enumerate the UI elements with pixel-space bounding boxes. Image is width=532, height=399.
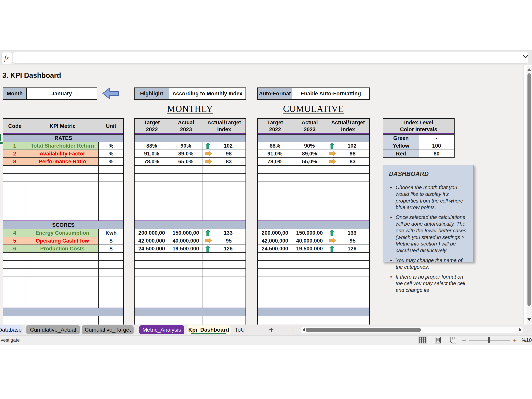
empty-cell[interactable] xyxy=(3,269,26,276)
index-cell[interactable]: 95 xyxy=(327,237,369,245)
empty-cell[interactable] xyxy=(135,269,169,276)
empty-cell[interactable] xyxy=(203,300,246,308)
empty-cell[interactable] xyxy=(292,284,327,292)
empty-cell[interactable] xyxy=(169,189,203,197)
empty-cell[interactable] xyxy=(203,213,246,221)
index-cell[interactable]: 83 xyxy=(203,158,246,165)
code-cell[interactable]: 6 xyxy=(3,245,26,252)
empty-cell[interactable] xyxy=(292,197,327,205)
empty-cell[interactable] xyxy=(169,182,203,189)
selection-fill-handle[interactable] xyxy=(0,142,3,144)
code-cell[interactable]: 5 xyxy=(3,237,26,245)
normal-view-button[interactable] xyxy=(418,336,427,344)
actual-cell[interactable]: 150.000,00 xyxy=(292,229,327,237)
empty-cell[interactable] xyxy=(203,166,246,173)
unit-cell[interactable]: $ xyxy=(99,245,123,252)
index-threshold-value[interactable]: 100 xyxy=(419,142,454,150)
horizontal-scrollbar[interactable] xyxy=(300,326,524,333)
index-cell[interactable]: 102 xyxy=(203,142,246,150)
empty-cell[interactable] xyxy=(258,213,292,221)
column-header[interactable]: Actual/TargetIndex xyxy=(327,119,369,133)
empty-cell[interactable] xyxy=(3,300,26,308)
empty-cell[interactable] xyxy=(99,261,123,268)
empty-cell[interactable] xyxy=(203,292,246,300)
empty-cell[interactable] xyxy=(3,292,26,300)
index-threshold-value[interactable]: 80 xyxy=(419,150,454,158)
empty-cell[interactable] xyxy=(26,253,99,260)
empty-cell[interactable] xyxy=(292,261,327,268)
empty-cell[interactable] xyxy=(258,253,292,260)
column-header[interactable]: Target2022 xyxy=(258,119,292,133)
empty-cell[interactable] xyxy=(203,253,246,260)
empty-cell[interactable] xyxy=(203,261,246,268)
empty-cell[interactable] xyxy=(3,197,26,205)
kpi-metric-cell[interactable]: Total Shareholder Return xyxy=(26,142,99,150)
empty-cell[interactable] xyxy=(135,197,169,205)
empty-cell[interactable] xyxy=(26,292,99,300)
column-header[interactable]: Target2022 xyxy=(135,119,169,133)
empty-cell[interactable] xyxy=(203,205,246,213)
empty-cell[interactable] xyxy=(99,182,123,189)
empty-cell[interactable] xyxy=(169,276,203,284)
highlight-value-cell[interactable]: According to Monthly Index xyxy=(169,88,246,99)
empty-cell[interactable] xyxy=(327,213,369,221)
empty-cell[interactable] xyxy=(258,189,292,197)
empty-cell[interactable] xyxy=(327,276,369,284)
empty-cell[interactable] xyxy=(3,261,26,268)
empty-cell[interactable] xyxy=(3,213,26,221)
column-header[interactable]: Actual/TargetIndex xyxy=(203,119,246,133)
empty-cell[interactable] xyxy=(292,316,327,324)
sheet-tab-cumulative_target[interactable]: Cumulative_Target xyxy=(82,325,133,334)
empty-cell[interactable] xyxy=(292,166,327,173)
empty-cell[interactable] xyxy=(258,292,292,300)
empty-cell[interactable] xyxy=(26,300,99,308)
sheet-tab-metric_analysis[interactable]: Metric_Analysis xyxy=(139,325,184,334)
formula-bar-expand-chevron-icon[interactable] xyxy=(523,54,528,59)
empty-cell[interactable] xyxy=(3,284,26,292)
kpi-metric-cell[interactable]: Energy Consumption xyxy=(26,229,99,237)
sheet-tab-cumulative_actual[interactable]: Cumulative_Actual xyxy=(26,325,80,334)
index-color-label[interactable]: Yellow xyxy=(383,142,419,150)
index-cell[interactable]: 126 xyxy=(327,245,369,252)
actual-cell[interactable]: 90% xyxy=(292,142,327,150)
empty-cell[interactable] xyxy=(26,189,99,197)
empty-cell[interactable] xyxy=(3,166,26,173)
target-cell[interactable]: 88% xyxy=(258,142,292,150)
unit-cell[interactable]: $ xyxy=(99,237,123,245)
target-cell[interactable]: 42.000.000 xyxy=(135,237,169,245)
index-cell[interactable]: 133 xyxy=(203,229,246,237)
empty-cell[interactable] xyxy=(99,197,123,205)
empty-cell[interactable] xyxy=(135,189,169,197)
empty-cell[interactable] xyxy=(26,166,99,173)
code-cell[interactable]: 1 xyxy=(3,142,26,150)
empty-cell[interactable] xyxy=(3,276,26,284)
empty-cell[interactable] xyxy=(203,276,246,284)
add-sheet-button[interactable]: + xyxy=(266,325,277,335)
actual-cell[interactable]: 40.000.000 xyxy=(169,237,203,245)
target-cell[interactable]: 42.000.000 xyxy=(258,237,292,245)
empty-cell[interactable] xyxy=(327,292,369,300)
empty-cell[interactable] xyxy=(258,276,292,284)
empty-cell[interactable] xyxy=(99,174,123,181)
target-cell[interactable]: 24.500.000 xyxy=(258,245,292,252)
empty-cell[interactable] xyxy=(3,182,26,189)
empty-cell[interactable] xyxy=(258,261,292,268)
empty-cell[interactable] xyxy=(26,197,99,205)
empty-cell[interactable] xyxy=(203,197,246,205)
empty-cell[interactable] xyxy=(292,205,327,213)
empty-cell[interactable] xyxy=(203,189,246,197)
empty-cell[interactable] xyxy=(135,261,169,268)
empty-cell[interactable] xyxy=(99,300,123,308)
horizontal-scrollbar-thumb[interactable] xyxy=(306,328,421,332)
empty-cell[interactable] xyxy=(169,300,203,308)
empty-cell[interactable] xyxy=(203,284,246,292)
vertical-scrollbar[interactable] xyxy=(526,66,532,324)
empty-cell[interactable] xyxy=(292,174,327,181)
empty-cell[interactable] xyxy=(169,166,203,173)
empty-cell[interactable] xyxy=(327,166,369,173)
empty-cell[interactable] xyxy=(327,284,369,292)
unit-cell[interactable]: % xyxy=(99,158,123,165)
unit-cell[interactable]: % xyxy=(99,150,123,158)
column-header-unit[interactable]: Unit xyxy=(99,119,123,133)
target-cell[interactable]: 78,0% xyxy=(135,158,169,165)
